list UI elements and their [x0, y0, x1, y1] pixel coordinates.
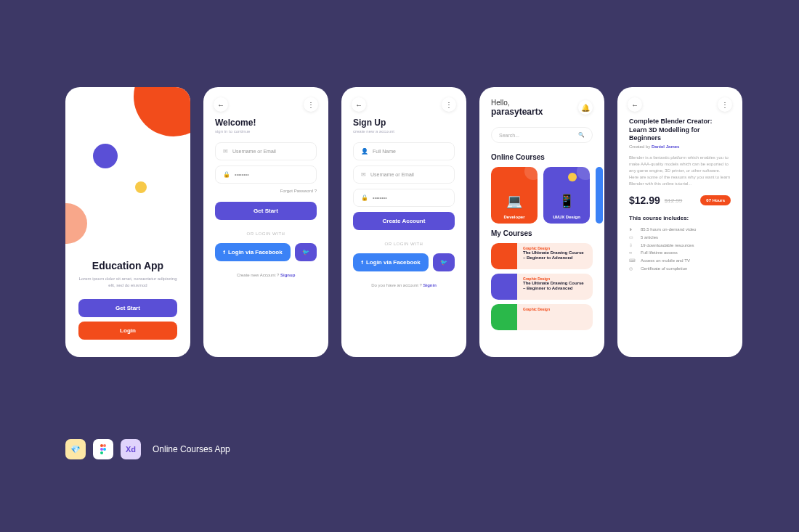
- more-button[interactable]: ⋮: [442, 97, 456, 112]
- search-icon: 🔍: [578, 132, 585, 138]
- my-course-item[interactable]: Graphic DesignThe Ultimate Drawing Cours…: [491, 243, 593, 269]
- twitter-login-button[interactable]: 🐦: [295, 243, 317, 261]
- include-item: ◎Certificate of completion: [617, 264, 742, 272]
- course-thumb: [491, 274, 517, 300]
- more-button[interactable]: ⋮: [718, 97, 732, 112]
- signin-screen: ← ⋮ Welcome! sign in to continue ✉Userna…: [203, 87, 328, 357]
- lock-icon: 🔒: [223, 171, 230, 178]
- course-card-peek[interactable]: [596, 167, 603, 224]
- greeting: Hello,: [491, 99, 593, 107]
- course-description: Blender is a fantastic platform which en…: [617, 155, 742, 195]
- page-subtitle: create new a account: [353, 129, 455, 134]
- course-thumb: [491, 243, 517, 269]
- certificate-icon: ◎: [629, 266, 636, 271]
- signin-prompt: Do you have an account ? Signin: [353, 283, 455, 287]
- signup-prompt: Create new Account ? Signup: [215, 273, 317, 277]
- include-item: ⏵85.5 hours on-demand video: [617, 226, 742, 233]
- signup-link[interactable]: Signup: [280, 273, 295, 277]
- back-button[interactable]: ←: [214, 97, 228, 112]
- xd-badge: Xd: [121, 439, 141, 459]
- person-icon: 👤: [361, 148, 368, 155]
- decor-circle: [65, 203, 87, 244]
- section-heading: Online Courses: [479, 150, 604, 164]
- creator-line: Created by Daniel James: [617, 143, 742, 155]
- back-button[interactable]: ←: [352, 97, 366, 112]
- file-icon: ▭: [629, 234, 636, 240]
- course-card-design[interactable]: 📱UI/UX Design: [543, 167, 590, 224]
- svg-point-2: [100, 448, 103, 451]
- signup-screen: ← ⋮ Sign Up create new a account 👤Full N…: [341, 87, 466, 357]
- fullname-input[interactable]: 👤Full Name: [353, 142, 455, 160]
- course-thumb: [491, 304, 517, 330]
- page-title: Sign Up: [353, 118, 455, 128]
- course-card-developer[interactable]: 💻Developer: [491, 167, 538, 224]
- back-button[interactable]: ←: [628, 97, 642, 112]
- twitter-login-button[interactable]: 🐦: [433, 253, 455, 271]
- svg-point-1: [103, 444, 106, 447]
- notifications-button[interactable]: 🔔: [578, 100, 593, 115]
- app-subtitle: Lorem ipsum dolor sit amet, consectetur …: [78, 276, 177, 289]
- video-icon: ⏵: [629, 227, 636, 232]
- forgot-password-link[interactable]: Forgot Password ?: [215, 189, 317, 193]
- username-input[interactable]: ✉Username or Email: [353, 165, 455, 184]
- search-input[interactable]: Search...🔍: [491, 127, 593, 143]
- old-price: $12.99: [665, 197, 682, 204]
- facebook-icon: f: [361, 259, 363, 266]
- decor-circle: [135, 181, 147, 193]
- login-button[interactable]: Login: [78, 322, 177, 340]
- username-input[interactable]: ✉Username or Email: [215, 142, 317, 160]
- username: parasyteartx: [491, 107, 593, 117]
- svg-point-0: [100, 444, 103, 447]
- svg-point-4: [100, 451, 103, 454]
- include-item: ⇩19 downloadable resources: [617, 241, 742, 249]
- app-title: Education App: [78, 260, 177, 271]
- figma-badge: [93, 439, 113, 459]
- download-icon: ⇩: [629, 242, 636, 247]
- facebook-icon: f: [223, 249, 225, 255]
- course-title: Complete Blender Creator: Learn 3D Model…: [617, 118, 742, 143]
- hours-badge: 07 Hours: [700, 195, 731, 205]
- get-start-button[interactable]: Get Start: [215, 202, 317, 220]
- phone-icon: 📱: [559, 193, 575, 209]
- svg-point-3: [103, 448, 106, 451]
- include-item: ∞Full lifetime access: [617, 249, 742, 256]
- or-divider: OR LOGIN WITH: [215, 232, 317, 236]
- more-button[interactable]: ⋮: [304, 97, 318, 112]
- lock-icon: 🔒: [361, 195, 368, 201]
- my-course-item[interactable]: Graphic Design: [491, 304, 593, 330]
- footer-title: Online Courses App: [153, 444, 230, 454]
- course-detail-screen: ← ⋮ Complete Blender Creator: Learn 3D M…: [617, 87, 742, 357]
- mail-icon: ✉: [223, 148, 228, 155]
- facebook-login-button[interactable]: fLogin via Facebook: [215, 243, 291, 261]
- mail-icon: ✉: [361, 171, 366, 178]
- author-link[interactable]: Daniel James: [652, 144, 679, 149]
- signin-link[interactable]: Signin: [423, 283, 437, 287]
- facebook-login-button[interactable]: fLogin via Facebook: [353, 253, 429, 271]
- includes-heading: This course includes:: [617, 215, 742, 226]
- infinity-icon: ∞: [629, 250, 636, 255]
- page-subtitle: sign in to continue: [215, 129, 317, 134]
- laptop-icon: 💻: [506, 193, 522, 209]
- get-start-button[interactable]: Get Start: [78, 299, 177, 317]
- section-heading: My Courses: [479, 226, 604, 240]
- price: $12.99: [629, 195, 660, 206]
- my-course-item[interactable]: Graphic DesignThe Ultimate Drawing Cours…: [491, 274, 593, 300]
- footer: 💎 Xd Online Courses App: [65, 439, 230, 459]
- sketch-badge: 💎: [65, 439, 86, 459]
- decor-circle: [134, 87, 190, 136]
- decor-circle: [93, 144, 118, 168]
- twitter-icon: 🐦: [302, 249, 309, 255]
- create-account-button[interactable]: Create Account: [353, 212, 455, 230]
- include-item: ⌨Access on mobile and TV: [617, 256, 742, 264]
- mobile-icon: ⌨: [629, 258, 636, 263]
- onboarding-screen: Education App Lorem ipsum dolor sit amet…: [65, 87, 190, 357]
- twitter-icon: 🐦: [440, 259, 447, 266]
- or-divider: OR LOGIN WITH: [353, 242, 455, 246]
- page-title: Welcome!: [215, 118, 317, 128]
- home-screen: Hello, parasyteartx 🔔 Search...🔍 Online …: [479, 87, 604, 357]
- include-item: ▭5 articles: [617, 233, 742, 241]
- password-input[interactable]: 🔒••••••••: [215, 165, 317, 184]
- password-input[interactable]: 🔒••••••••: [353, 189, 455, 207]
